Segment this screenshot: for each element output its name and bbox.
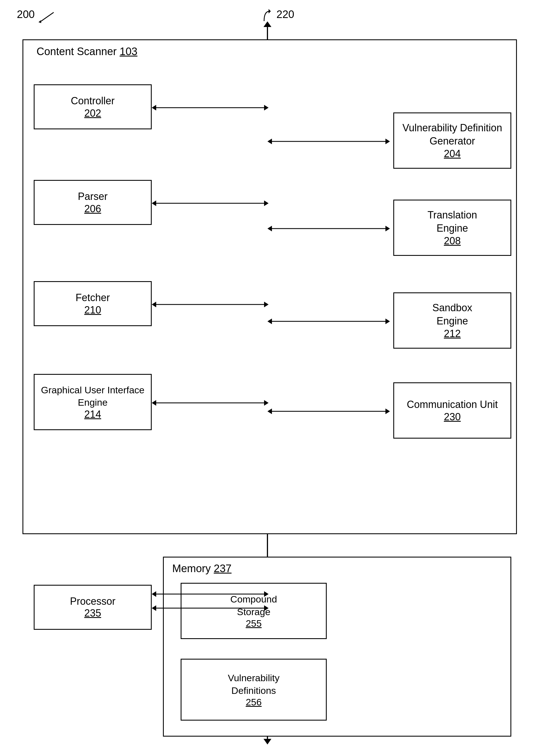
processor-box: Processor 235 [34,585,152,630]
translation-engine-box: TranslationEngine 208 [393,200,511,256]
svg-marker-21 [268,319,272,324]
comm-unit-arrow [268,407,390,416]
vuln-defs-box: VulnerabilityDefinitions 256 [181,659,327,721]
svg-marker-20 [385,226,390,231]
arrow-200-icon [37,10,57,24]
vuln-def-gen-box: Vulnerability DefinitionGenerator 204 [393,112,511,169]
svg-marker-3 [152,105,156,110]
svg-marker-1 [39,20,41,23]
vuln-def-gen-arrow [268,137,390,146]
svg-marker-32 [264,591,269,597]
svg-marker-26 [385,409,390,414]
gui-engine-arrow [152,399,269,407]
comm-unit-box: Communication Unit 230 [393,382,511,439]
center-line-bottom-arrow [264,739,272,744]
svg-marker-29 [264,605,269,611]
gui-engine-box: Graphical User InterfaceEngine 214 [34,374,152,430]
svg-marker-8 [264,200,269,206]
svg-marker-9 [152,302,156,307]
svg-marker-17 [385,139,390,144]
content-scanner-label: Content Scanner 103 [37,46,137,58]
processor-center-arrow [152,590,269,598]
svg-marker-14 [264,400,269,406]
svg-marker-15 [268,139,272,144]
diagram: 200 220 Content Scanner 103 Controller 2… [0,0,545,756]
parser-box: Parser 206 [34,180,152,225]
svg-marker-27 [152,605,156,611]
svg-marker-18 [268,226,272,231]
translation-engine-arrow [268,224,390,233]
processor-memory-arrow [152,604,269,612]
svg-line-0 [40,12,54,22]
arrow-220-icon [253,8,275,22]
svg-marker-23 [385,319,390,324]
svg-marker-5 [264,105,269,110]
controller-arrow [152,103,269,112]
fetcher-box: Fetcher 210 [34,281,152,326]
memory-label: Memory 237 [172,563,232,575]
label-200: 200 [17,8,35,21]
svg-marker-24 [268,409,272,414]
svg-marker-12 [152,400,156,406]
controller-box: Controller 202 [34,84,152,129]
label-220: 220 [253,8,294,22]
fetcher-arrow [152,300,269,309]
memory-box: Memory 237 CompoundStorage 255 Vulnerabi… [163,557,511,737]
svg-marker-2 [269,9,271,13]
svg-marker-30 [152,591,156,597]
sandbox-engine-arrow [268,317,390,326]
svg-marker-6 [152,200,156,206]
parser-arrow [152,199,269,207]
center-line-top-arrow [264,21,272,27]
sandbox-engine-box: SandboxEngine 212 [393,292,511,349]
svg-marker-11 [264,302,269,307]
